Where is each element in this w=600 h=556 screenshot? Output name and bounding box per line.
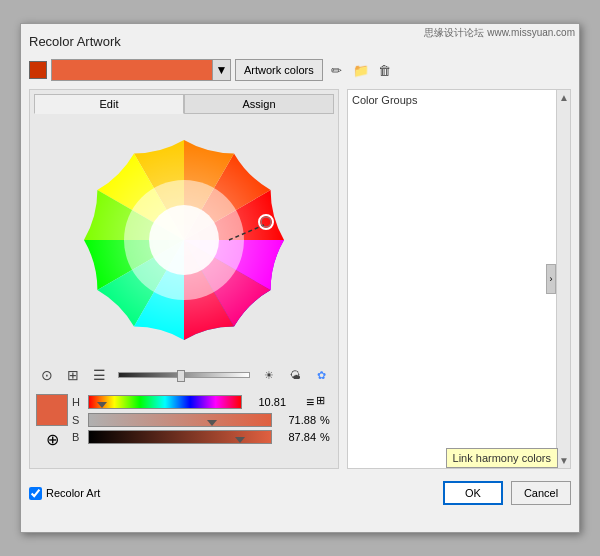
brightness-row: B 87.84 % bbox=[72, 430, 332, 444]
hue-label: H bbox=[72, 396, 84, 408]
brightness-percent: % bbox=[320, 431, 332, 443]
trash-icon[interactable]: 🗑 bbox=[375, 60, 395, 80]
color-swatch[interactable] bbox=[29, 61, 47, 79]
scroll-up-arrow[interactable]: ▲ bbox=[557, 90, 570, 105]
brightness-value: 87.84 bbox=[276, 431, 316, 443]
dialog-buttons: OK Cancel bbox=[443, 481, 571, 505]
hue-row: H 10.81 ≡ ⊞ bbox=[72, 394, 332, 410]
cancel-button[interactable]: Cancel bbox=[511, 481, 571, 505]
color-gradient-bar bbox=[51, 59, 213, 81]
color-dropdown[interactable]: ▼ bbox=[51, 59, 231, 81]
color-adjust-icon[interactable]: ✿ bbox=[310, 364, 332, 386]
saturation-slider[interactable] bbox=[88, 413, 272, 427]
recolor-art-label: Recolor Art bbox=[46, 487, 100, 499]
dropdown-arrow-icon[interactable]: ▼ bbox=[213, 59, 231, 81]
folder-icon[interactable]: 📁 bbox=[351, 60, 371, 80]
minus-sun-icon[interactable]: 🌤 bbox=[284, 364, 306, 386]
brightness-slider[interactable] bbox=[118, 372, 250, 378]
tab-assign[interactable]: Assign bbox=[184, 94, 334, 114]
recolor-art-checkbox-group: Recolor Art bbox=[29, 487, 100, 500]
recolor-artwork-dialog: 思缘设计论坛 www.missyuan.com Recolor Artwork … bbox=[20, 23, 580, 533]
color-wheel-container[interactable] bbox=[34, 120, 334, 360]
right-panel: Color Groups ▲ ▼ › Link harmony colors bbox=[347, 89, 571, 469]
saturation-row: S 71.88 % bbox=[72, 413, 332, 427]
edit-assign-tabs: Edit Assign bbox=[34, 94, 334, 114]
color-wheel[interactable] bbox=[74, 130, 294, 350]
ok-button[interactable]: OK bbox=[443, 481, 503, 505]
tooltip-link-harmony: Link harmony colors bbox=[446, 448, 558, 468]
brightness-label: B bbox=[72, 431, 84, 443]
recolor-art-checkbox[interactable] bbox=[29, 487, 42, 500]
watermark: 思缘设计论坛 www.missyuan.com bbox=[424, 26, 575, 40]
link-icon[interactable]: ⊕ bbox=[46, 430, 59, 449]
hsb-sliders: H 10.81 ≡ ⊞ S bbox=[72, 394, 332, 447]
scrollbar[interactable]: ▲ ▼ bbox=[556, 90, 570, 468]
bars-icon[interactable]: ☰ bbox=[88, 364, 110, 386]
color-preview-swatch bbox=[36, 394, 68, 426]
pencil-icon[interactable]: ✏ bbox=[327, 60, 347, 80]
grid-icon[interactable]: ⊞ bbox=[62, 364, 84, 386]
top-icon-group: ✏ 📁 🗑 bbox=[327, 60, 395, 80]
saturation-percent: % bbox=[320, 414, 332, 426]
hue-slider[interactable] bbox=[88, 395, 242, 409]
hsb-section: ⊕ H 10.81 ≡ ⊞ bbox=[34, 390, 334, 453]
brightness-slider-hsb[interactable] bbox=[88, 430, 272, 444]
bottom-bar: Recolor Art OK Cancel bbox=[29, 477, 571, 509]
grid-small-icon[interactable]: ⊞ bbox=[316, 394, 325, 410]
color-groups-title: Color Groups bbox=[352, 94, 566, 106]
scroll-down-arrow[interactable]: ▼ bbox=[557, 453, 570, 468]
left-panel: Edit Assign bbox=[29, 89, 339, 469]
circle-tool-icon[interactable]: ⊙ bbox=[36, 364, 58, 386]
hue-extra-icons: ≡ ⊞ bbox=[306, 394, 332, 410]
tool-icons-right: ☀ 🌤 ✿ bbox=[258, 364, 332, 386]
panel-collapse-button[interactable]: › bbox=[546, 264, 556, 294]
hue-value: 10.81 bbox=[246, 396, 286, 408]
color-preview-area: ⊕ bbox=[36, 394, 68, 449]
main-content: Edit Assign bbox=[29, 89, 571, 469]
svg-point-2 bbox=[124, 180, 244, 300]
tool-row: ⊙ ⊞ ☰ ☀ 🌤 ✿ bbox=[34, 360, 334, 390]
sun-icon[interactable]: ☀ bbox=[258, 364, 280, 386]
tool-icons-left: ⊙ ⊞ ☰ bbox=[36, 364, 110, 386]
saturation-label: S bbox=[72, 414, 84, 426]
sort-icon[interactable]: ≡ bbox=[306, 394, 314, 410]
top-toolbar: ▼ Artwork colors ✏ 📁 🗑 bbox=[29, 59, 571, 81]
tab-edit[interactable]: Edit bbox=[34, 94, 184, 114]
artwork-colors-button[interactable]: Artwork colors bbox=[235, 59, 323, 81]
saturation-value: 71.88 bbox=[276, 414, 316, 426]
